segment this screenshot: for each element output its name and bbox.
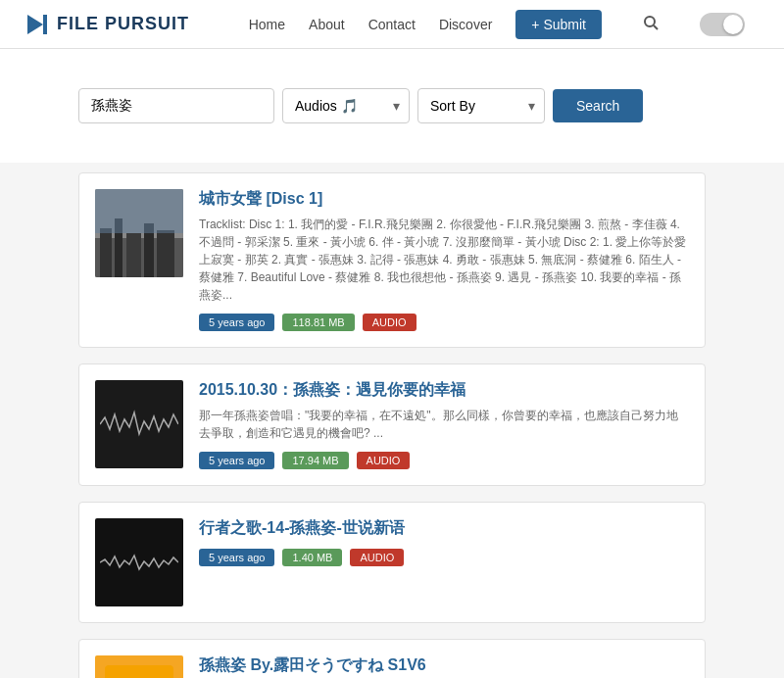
- logo-icon: [24, 11, 51, 38]
- city-thumbnail: [95, 189, 183, 277]
- result-title[interactable]: 行者之歌-14-孫燕姿-世说新语: [199, 518, 689, 539]
- result-title[interactable]: 2015.10.30：孫燕姿：遇見你要的幸福: [199, 380, 689, 401]
- result-content: 行者之歌-14-孫燕姿-世说新语 5 years ago 1.40 MB AUD…: [199, 518, 689, 566]
- nav-about[interactable]: About: [309, 17, 345, 32]
- waveform-icon: [100, 410, 178, 439]
- type-select[interactable]: Audios 🎵 Videos Documents Images: [282, 88, 410, 123]
- nav-discover[interactable]: Discover: [439, 17, 492, 32]
- result-card: 行者之歌-14-孫燕姿-世说新语 5 years ago 1.40 MB AUD…: [78, 502, 706, 623]
- result-card: TFRADIO Mallie ♪ 孫燕姿 By.露田そうですね S1V6 本期《…: [78, 639, 706, 678]
- result-thumbnail: [95, 518, 183, 606]
- search-icon: [643, 15, 659, 30]
- waveform-icon: [100, 548, 178, 577]
- search-input[interactable]: [78, 88, 274, 123]
- svg-line-3: [654, 25, 658, 29]
- result-description: Tracklist: Disc 1: 1. 我們的愛 - F.I.R.飛兒樂團 …: [199, 216, 689, 304]
- tag-age: 5 years ago: [199, 314, 274, 331]
- search-row: Audios 🎵 Videos Documents Images Sort By…: [78, 88, 706, 123]
- search-button[interactable]: Search: [553, 89, 643, 122]
- tag-type: AUDIO: [350, 549, 404, 566]
- result-title[interactable]: 孫燕姿 By.露田そうですね S1V6: [199, 655, 689, 676]
- result-tags: 5 years ago 17.94 MB AUDIO: [199, 452, 689, 469]
- logo-text: FILE PURSUIT: [57, 14, 189, 34]
- tag-size: 17.94 MB: [282, 452, 348, 469]
- result-tags: 5 years ago 1.40 MB AUDIO: [199, 549, 689, 566]
- tag-size: 118.81 MB: [282, 314, 354, 331]
- type-select-wrapper: Audios 🎵 Videos Documents Images: [282, 88, 410, 123]
- result-content: 孫燕姿 By.露田そうですね S1V6 本期《露田そうですね》为你送上Stefa…: [199, 655, 689, 678]
- result-content: 城市女聲 [Disc 1] Tracklist: Disc 1: 1. 我們的愛…: [199, 189, 689, 331]
- result-title[interactable]: 城市女聲 [Disc 1]: [199, 189, 689, 210]
- main-nav: Home About Contact Discover + Submit: [249, 10, 745, 39]
- header-search-button[interactable]: [635, 11, 666, 38]
- svg-marker-0: [27, 15, 43, 34]
- svg-rect-1: [43, 15, 47, 34]
- svg-rect-6: [100, 228, 112, 277]
- search-area: Audios 🎵 Videos Documents Images Sort By…: [0, 49, 784, 163]
- result-thumbnail: [95, 189, 183, 277]
- svg-rect-8: [126, 233, 141, 277]
- sort-select[interactable]: Sort By Newest Oldest Largest Smallest: [417, 88, 545, 123]
- tag-type: AUDIO: [357, 452, 411, 469]
- dark-mode-toggle[interactable]: [700, 13, 745, 36]
- svg-rect-10: [157, 230, 174, 277]
- result-thumbnail: [95, 380, 183, 468]
- tag-type: AUDIO: [363, 314, 416, 331]
- submit-button[interactable]: + Submit: [515, 10, 602, 39]
- results-area: 城市女聲 [Disc 1] Tracklist: Disc 1: 1. 我們的愛…: [0, 163, 784, 678]
- result-description: 那一年孫燕姿曾唱："我要的幸福，在不遠処"。那么同樣，你曾要的幸福，也應該自己努…: [199, 407, 689, 442]
- result-card: 2015.10.30：孫燕姿：遇見你要的幸福 那一年孫燕姿曾唱："我要的幸福，在…: [78, 363, 706, 486]
- tag-age: 5 years ago: [199, 452, 274, 469]
- svg-point-2: [645, 17, 655, 26]
- tag-size: 1.40 MB: [282, 549, 342, 566]
- result-content: 2015.10.30：孫燕姿：遇見你要的幸福 那一年孫燕姿曾唱："我要的幸福，在…: [199, 380, 689, 469]
- nav-home[interactable]: Home: [249, 17, 285, 32]
- result-thumbnail: TFRADIO Mallie ♪: [95, 655, 183, 678]
- svg-rect-11: [95, 189, 183, 233]
- nav-contact[interactable]: Contact: [368, 17, 416, 32]
- header: FILE PURSUIT Home About Contact Discover…: [0, 0, 784, 49]
- radio-logo-graphic: TFRADIO Mallie ♪: [105, 665, 173, 678]
- result-card: 城市女聲 [Disc 1] Tracklist: Disc 1: 1. 我們的愛…: [78, 172, 706, 348]
- result-tags: 5 years ago 118.81 MB AUDIO: [199, 314, 689, 331]
- sort-select-wrapper: Sort By Newest Oldest Largest Smallest: [417, 88, 545, 123]
- logo[interactable]: FILE PURSUIT: [24, 11, 189, 38]
- tag-age: 5 years ago: [199, 549, 274, 566]
